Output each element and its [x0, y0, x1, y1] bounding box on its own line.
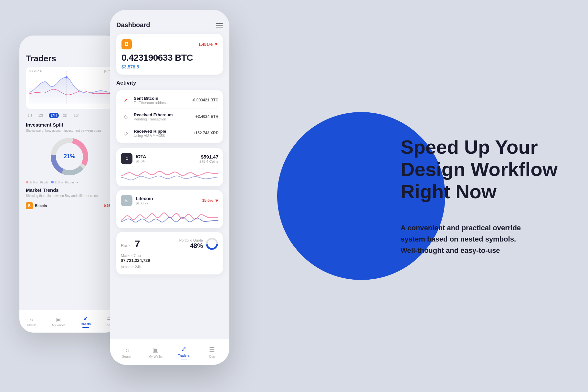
nav-con-label: Con [209, 355, 215, 358]
btc-change: 1.451% [198, 42, 218, 47]
iota-price: $1.84 [136, 159, 146, 163]
back-nav-traders[interactable]: ⤢ Traders [80, 315, 91, 328]
activity-info-xrp: Received Ripple Using VISA ***4356 [134, 129, 166, 138]
market-cap-row: Market Cap $7,721,324,729 [121, 253, 218, 263]
chart-label2: $8,? [104, 69, 110, 73]
litecoin-price: $138.27 [136, 201, 153, 205]
recv-eth-name: Received Ethereum [134, 112, 173, 117]
activity-title: Activity [116, 80, 223, 86]
activity-info-sent: Sent Bitcoin To Ethereum address [134, 96, 168, 105]
nav-traders[interactable]: ⤢ Traders [170, 345, 198, 359]
nav-search-label: Search [122, 355, 132, 358]
recv-eth-amount: +2.4024 ETH [195, 114, 218, 119]
sent-bitcoin-name: Sent Bitcoin [134, 96, 168, 101]
activity-info-eth: Received Ethereum Pending Transaction [134, 112, 173, 121]
tab-1h[interactable]: 1H [26, 113, 34, 118]
litecoin-text: Litecoin $138.27 [136, 196, 153, 205]
litecoin-change: 15.6% [202, 198, 218, 203]
recv-xrp-name: Received Ripple [134, 129, 166, 134]
dashboard-header: Dashboard [116, 21, 223, 29]
time-tabs: 1H 12H 24H 2D 1W [26, 113, 113, 118]
svg-text:21%: 21% [64, 153, 75, 160]
back-nav-wallet-label: My Wallet [52, 324, 65, 327]
subtext-line1: A convenient and practical override syst… [401, 224, 521, 243]
btc-usd: $3,578.5 [121, 64, 218, 69]
down-arrow-icon [215, 43, 218, 46]
front-phone: Dashboard B 1.451% 0.423190633 BTC $ [110, 10, 229, 365]
traders-title: Traders [26, 54, 113, 64]
bitcoin-label: Bitcoin [35, 204, 47, 208]
litecoin-top: Ł Litecoin $138.27 15.6% [121, 195, 218, 206]
back-nav-traders-label: Traders [80, 322, 91, 325]
investment-sub: Showcase of how account investment betwe… [26, 129, 113, 132]
search-nav-icon: ⌕ [125, 346, 129, 354]
activity-item-eth: ◇ Received Ethereum Pending Transaction … [121, 108, 218, 125]
btc-icon: B [121, 39, 132, 49]
chart-svg [29, 70, 110, 106]
nav-wallet[interactable]: ▣ My Wallet [142, 346, 170, 358]
donut-chart: 21% [26, 136, 113, 178]
tab-12h[interactable]: 12H [37, 113, 46, 118]
nav-con[interactable]: ☰ Con [198, 346, 226, 358]
back-nav-search[interactable]: ⌕ Search [27, 316, 37, 326]
btc-change-value: 1.451% [198, 42, 213, 47]
traders-chart: $8,762.40 $8,? [26, 67, 113, 109]
investment-title: Investment Split [26, 122, 113, 128]
sent-arrow-icon: ↗ [124, 98, 128, 103]
search-icon: ⌕ [30, 316, 33, 322]
bitcoin-item: B Bitcoin [26, 202, 47, 209]
front-phone-notch [147, 10, 192, 19]
menu-line-1 [216, 23, 223, 24]
nav-traders-label: Traders [178, 354, 190, 357]
iota-info: ⊙ IOTA $1.84 [121, 153, 146, 164]
back-phone-content: Traders $8,762.40 $8,? [19, 43, 120, 211]
sent-bitcoin-amount: -0.003421 BTC [192, 98, 218, 102]
recv-xrp-icon-circle: ◇ [121, 128, 131, 138]
iota-value: $591.47 [199, 154, 218, 160]
btc-card: B 1.451% 0.423190633 BTC $3,578.5 [116, 34, 223, 75]
activity-left-eth: ◇ Received Ethereum Pending Transaction [121, 112, 173, 121]
rank-label: Rank [121, 243, 131, 248]
sent-bitcoin-sub: To Ethereum address [134, 101, 168, 105]
recv-xrp-amount: +152.743 XRP [193, 131, 218, 135]
sent-icon-circle: ↗ [121, 95, 131, 105]
tab-2d[interactable]: 2D [61, 113, 69, 118]
portfolio-right: Portfolio Quota 48% [179, 237, 218, 250]
activity-item-xrp: ◇ Received Ripple Using VISA ***4356 +15… [121, 125, 218, 141]
back-phone-nav: ⌕ Search ▣ My Wallet ⤢ Traders ☰ Con [19, 310, 120, 333]
back-nav-wallet[interactable]: ▣ My Wallet [52, 316, 65, 327]
market-cap-value: $7,721,324,729 [121, 258, 218, 263]
subtext-line2: Well-thought and easy-to-use [401, 246, 500, 254]
traders-icon: ⤢ [83, 315, 88, 321]
con-nav-icon: ☰ [209, 346, 215, 354]
litecoin-info: Ł Litecoin $138.27 [121, 195, 153, 206]
market-cap-label: Market Cap [121, 253, 218, 258]
nav-search[interactable]: ⌕ Search [113, 346, 142, 358]
activity-card: ↗ Sent Bitcoin To Ethereum address -0.00… [116, 90, 223, 143]
portfolio-text: Portfolio Quota 48% [179, 238, 203, 250]
rank-row: Rank 7 Portfolio Quota 48% [121, 237, 218, 250]
iota-coins: 278.4 Coins [199, 160, 218, 163]
btc-amount: 0.423190633 BTC [121, 53, 218, 63]
tab-1w[interactable]: 1W [72, 113, 80, 118]
front-phone-content: Dashboard B 1.451% 0.423190633 BTC $ [110, 19, 229, 365]
iota-sparkline [121, 166, 218, 182]
subtext: A convenient and practical override syst… [401, 222, 536, 256]
back-phone-notch [50, 36, 89, 43]
litecoin-right: 15.6% [202, 198, 218, 203]
tab-24h[interactable]: 24H [49, 113, 58, 118]
right-text-area: Speed Up Your Design Workflow Right Now … [401, 136, 562, 256]
menu-line-3 [216, 27, 223, 27]
market-trends-title: Market Trends [26, 187, 113, 193]
bitcoin-icon: B [26, 202, 33, 209]
menu-icon[interactable] [216, 23, 223, 27]
headline-line3: Right Now [401, 181, 497, 202]
portfolio-label: Portfolio Quota [179, 238, 203, 242]
market-row-bitcoin: B Bitcoin 0.76% [26, 200, 113, 211]
nav-wallet-label: My Wallet [148, 355, 163, 358]
phones-container: Traders $8,762.40 $8,? [19, 10, 252, 381]
chart-label1: $8,762.40 [29, 69, 44, 73]
svg-point-1 [65, 76, 68, 78]
wallet-nav-icon: ▣ [152, 346, 159, 354]
active-indicator [82, 327, 89, 328]
